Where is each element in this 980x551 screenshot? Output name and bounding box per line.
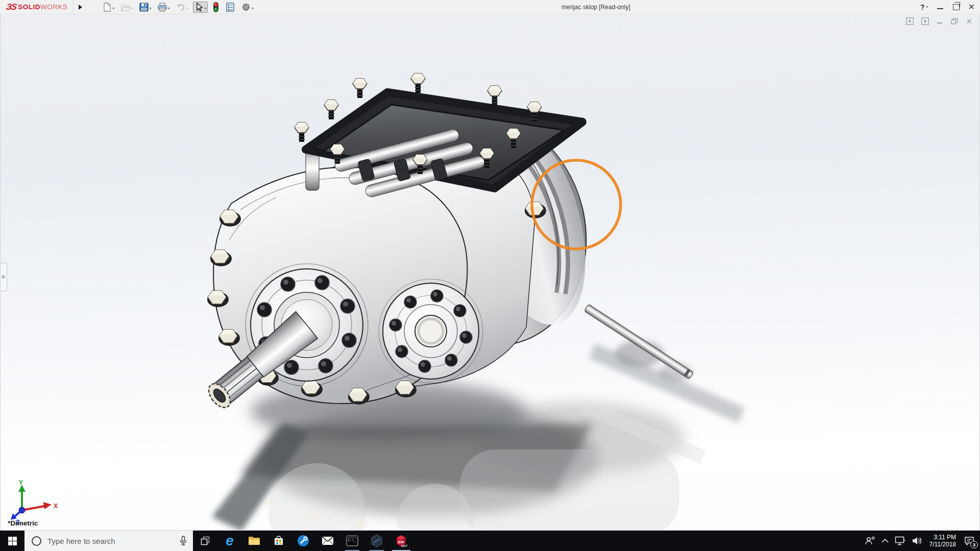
solidworks-logo: ЗS SOLID WORKS: [0, 0, 73, 14]
model-canvas[interactable]: [1, 14, 980, 531]
microphone-icon[interactable]: [180, 536, 187, 546]
print-icon: [157, 2, 167, 12]
hidden-icons-chevron[interactable]: [881, 538, 889, 543]
svg-text:C:\_: C:\_: [348, 538, 356, 542]
restore-button[interactable]: [953, 4, 960, 10]
hexagon-app-icon: [371, 534, 383, 547]
solidworks-logo-mark: ЗS: [6, 2, 17, 12]
taskbar-icon-store[interactable]: [266, 531, 291, 551]
command-prompt-icon: C:\_: [346, 535, 358, 547]
task-view-icon: [200, 536, 210, 546]
action-center-button[interactable]: 3: [963, 534, 976, 547]
settings-wrench-icon: [297, 535, 309, 547]
windows-taskbar: Type here to search e: [0, 531, 980, 551]
undo-icon: [176, 2, 186, 12]
options-button[interactable]: [240, 2, 255, 13]
close-button[interactable]: ✕: [968, 3, 975, 11]
dropdown-caret-icon[interactable]: [150, 3, 152, 12]
taskbar-icon-cmd[interactable]: C:\_: [340, 531, 364, 551]
file-explorer-icon: [248, 536, 260, 546]
volume-icon[interactable]: [912, 536, 923, 545]
window-controls: ? ✕: [920, 0, 975, 14]
undo-button[interactable]: [175, 2, 189, 13]
help-button[interactable]: ?: [920, 3, 928, 11]
dropdown-caret-icon[interactable]: [131, 3, 133, 12]
doc-close-icon[interactable]: ✕: [966, 17, 972, 25]
minimize-button[interactable]: [937, 8, 943, 9]
new-document-icon: [102, 2, 112, 12]
save-icon: [139, 2, 149, 12]
doc-minimize-icon[interactable]: [937, 18, 943, 24]
edge-icon: e: [226, 534, 234, 548]
title-bar: ЗS SOLID WORKS: [0, 0, 980, 14]
featuremanager-collapsed-tab[interactable]: [0, 263, 7, 291]
taskbar-icon-hexagon-app[interactable]: [364, 531, 389, 551]
network-icon[interactable]: [895, 536, 906, 545]
flyout-arrow-icon: [79, 5, 82, 10]
clock-time: 3:11 PM: [929, 534, 957, 541]
graphics-viewport[interactable]: ✕: [0, 14, 980, 531]
dropdown-caret-icon[interactable]: [168, 3, 170, 12]
options-gear-icon: [241, 2, 251, 12]
store-icon: [273, 535, 284, 546]
standard-toolbar: [101, 1, 255, 13]
solidworks-2017-icon: SW 2017: [395, 534, 408, 547]
pane-forward-icon[interactable]: [921, 17, 929, 25]
svg-text:2017: 2017: [401, 544, 407, 547]
document-window-controls: ✕: [906, 17, 972, 25]
menu-flyout-button[interactable]: [76, 2, 86, 12]
tab-dot-icon: [2, 275, 5, 279]
dropdown-caret-icon[interactable]: [113, 3, 115, 12]
taskbar-icon-settings[interactable]: [291, 531, 315, 551]
save-button[interactable]: [138, 2, 153, 13]
taskbar-search[interactable]: Type here to search: [24, 531, 193, 551]
open-button[interactable]: [119, 2, 134, 13]
clock-date: 7/11/2018: [929, 541, 957, 548]
taskbar-icon-file-explorer[interactable]: [242, 531, 266, 551]
dropdown-caret-icon[interactable]: [252, 3, 254, 12]
file-properties-button[interactable]: [224, 2, 236, 13]
windows-logo-icon: [8, 537, 17, 545]
taskbar-clock[interactable]: 3:11 PM 7/11/2018: [929, 534, 957, 548]
rebuild-traffic-light-icon: [212, 2, 219, 13]
task-view-button[interactable]: [193, 531, 217, 551]
dropdown-caret-icon[interactable]: [205, 3, 207, 12]
secondary-flange: [383, 283, 479, 379]
taskbar-icon-solidworks[interactable]: SW 2017: [389, 531, 413, 551]
open-icon: [120, 2, 131, 12]
file-properties-icon: [225, 2, 235, 12]
system-tray: 3:11 PM 7/11/2018 3: [864, 534, 980, 548]
taskbar-icon-edge[interactable]: e: [217, 531, 242, 551]
view-orientation-label: *Dimetric: [8, 519, 38, 527]
cortana-icon: [32, 536, 41, 546]
doc-restore-icon[interactable]: [951, 18, 958, 24]
rebuild-button[interactable]: [211, 1, 220, 13]
solidworks-logo-light: WORKS: [40, 3, 68, 11]
mail-icon: [322, 536, 334, 545]
help-glyph: ?: [920, 3, 925, 11]
print-button[interactable]: [156, 2, 171, 13]
select-button[interactable]: [193, 2, 208, 13]
notification-badge: 3: [970, 541, 978, 548]
solidworks-window: ЗS SOLID WORKS: [0, 0, 980, 551]
divider: [73, 0, 74, 14]
start-button[interactable]: [0, 531, 24, 551]
people-icon[interactable]: [864, 536, 875, 545]
triad-y-label: Y: [19, 479, 23, 486]
taskbar-icon-mail[interactable]: [315, 531, 340, 551]
pane-back-icon[interactable]: [906, 17, 914, 25]
document-title: menjac sklop [Read-only]: [561, 4, 630, 11]
new-document-button[interactable]: [101, 2, 116, 13]
solidworks-logo-bold: SOLID: [18, 3, 40, 11]
select-cursor-icon: [194, 2, 204, 12]
triad-x-label: X: [54, 503, 58, 510]
orientation-triad: Y X Z: [7, 478, 63, 524]
dropdown-caret-icon[interactable]: [186, 3, 188, 12]
search-placeholder: Type here to search: [47, 537, 180, 545]
